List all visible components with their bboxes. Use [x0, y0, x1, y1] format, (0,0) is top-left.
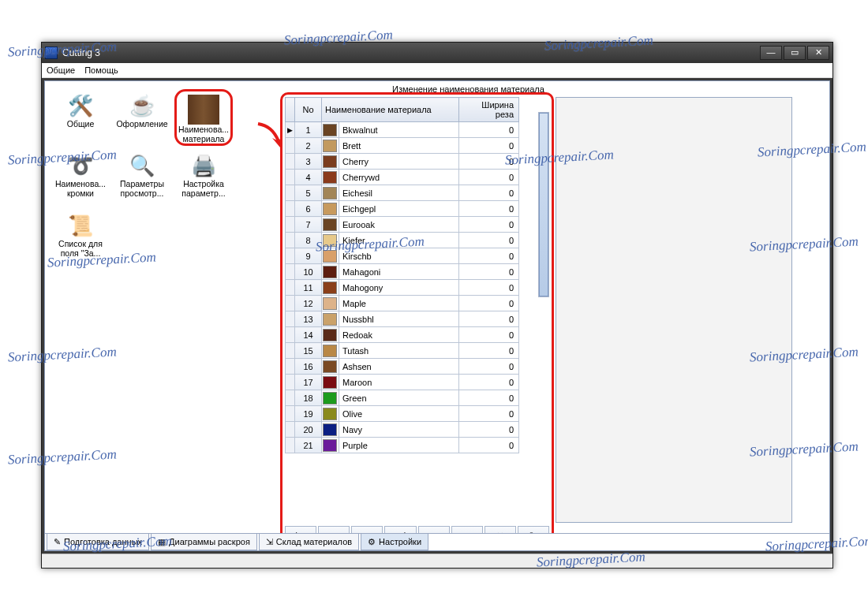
cell-cut[interactable]: 0 — [459, 154, 519, 170]
cell-cut[interactable]: 0 — [459, 280, 519, 296]
tab-diagrams[interactable]: ▦Диаграммы раскроя — [151, 534, 257, 550]
cell-name[interactable]: Mahogony — [339, 280, 459, 296]
cell-cut[interactable]: 0 — [459, 311, 519, 327]
cell-name[interactable]: Ashsen — [339, 359, 459, 375]
titlebar[interactable]: Cutting 3 — ▭ ✕ — [42, 43, 832, 63]
cell-cut[interactable]: 0 — [459, 170, 519, 185]
cell-no: 3 — [295, 154, 322, 170]
cell-name[interactable]: Green — [339, 390, 459, 406]
cell-cut[interactable]: 0 — [459, 375, 519, 390]
table-row[interactable]: ▶4Cherrywd0 — [286, 170, 519, 185]
launcher-common[interactable]: 🛠️Общие — [51, 89, 110, 146]
cell-cut[interactable]: 0 — [459, 217, 519, 233]
cell-name[interactable]: Cherry — [339, 154, 459, 170]
cell-cut[interactable]: 0 — [459, 406, 519, 422]
table-row[interactable]: ▶5Eichesil0 — [286, 185, 519, 201]
tab-data-prep[interactable]: ✎Подготовка данных — [47, 534, 149, 550]
cell-name[interactable]: Redoak — [339, 327, 459, 343]
table-row[interactable]: ▶15Tutash0 — [286, 343, 519, 359]
cell-name[interactable]: Maple — [339, 296, 459, 311]
nav-last-button[interactable]: ►| — [384, 526, 416, 533]
table-row[interactable]: ▶9Kirschb0 — [286, 248, 519, 264]
table-row[interactable]: ▶21Purple0 — [286, 438, 519, 453]
cell-cut[interactable]: 0 — [459, 438, 519, 453]
launcher-material[interactable]: Наименова...материала — [174, 89, 233, 146]
menu-help[interactable]: Помощь — [84, 65, 118, 75]
cell-name[interactable]: Tutash — [339, 343, 459, 359]
cell-cut[interactable]: 0 — [459, 233, 519, 248]
cell-name[interactable]: Eurooak — [339, 217, 459, 233]
nav-refresh-button[interactable]: ↻ — [518, 526, 549, 533]
viewparams-icon: 🔍 — [129, 152, 155, 179]
nav-cancel-button[interactable]: ✕ — [485, 526, 516, 533]
nav-first-button[interactable]: |◄ — [285, 526, 316, 533]
launcher-print[interactable]: 🖨️Настройкапараметр... — [174, 149, 233, 206]
table-row[interactable]: ▶6Eichgepl0 — [286, 201, 519, 217]
launcher-label: Настройка — [183, 179, 224, 188]
cell-name[interactable]: Nussbhl — [339, 311, 459, 327]
cell-name[interactable]: Kiefer — [339, 233, 459, 248]
cell-cut[interactable]: 0 — [459, 201, 519, 217]
table-row[interactable]: ▶11Mahogony0 — [286, 280, 519, 296]
cell-cut[interactable]: 0 — [459, 359, 519, 375]
launcher-edge[interactable]: ➰Наименова...кромки — [51, 149, 110, 206]
table-row[interactable]: ▶16Ashsen0 — [286, 359, 519, 375]
cell-cut[interactable]: 0 — [459, 264, 519, 280]
table-row[interactable]: ▶1Bkwalnut0 — [286, 122, 519, 138]
cell-cut[interactable]: 0 — [459, 390, 519, 406]
cell-cut[interactable]: 0 — [459, 327, 519, 343]
minimize-button[interactable]: — — [760, 46, 782, 60]
cell-name[interactable]: Eichgepl — [339, 201, 459, 217]
col-name[interactable]: Наименование материала — [322, 98, 459, 122]
nav-next-button[interactable]: ► — [351, 526, 383, 533]
table-row[interactable]: ▶17Maroon0 — [286, 375, 519, 390]
tab-warehouse[interactable]: ⇲Склад материалов — [259, 534, 359, 550]
cell-cut[interactable]: 0 — [459, 343, 519, 359]
cell-name[interactable]: Mahagoni — [339, 264, 459, 280]
materials-table[interactable]: No Наименование материала Ширина реза ▶1… — [285, 97, 519, 453]
table-row[interactable]: ▶20Navy0 — [286, 422, 519, 438]
cell-cut[interactable]: 0 — [459, 185, 519, 201]
cell-name[interactable]: Purple — [339, 438, 459, 453]
row-marker: ▶ — [286, 343, 295, 359]
menu-common[interactable]: Общие — [47, 65, 75, 75]
nav-insert-button[interactable]: ▲ — [418, 526, 450, 533]
cell-cut[interactable]: 0 — [459, 296, 519, 311]
cell-name[interactable]: Cherrywd — [339, 170, 459, 185]
launcher-viewparams[interactable]: 🔍Параметрыпросмотр... — [113, 149, 171, 206]
launcher-design[interactable]: ☕Оформление — [113, 89, 171, 146]
cell-name[interactable]: Maroon — [339, 375, 459, 390]
maximize-button[interactable]: ▭ — [784, 46, 806, 60]
table-row[interactable]: ▶3Cherry0 — [286, 154, 519, 170]
table-row[interactable]: ▶14Redoak0 — [286, 327, 519, 343]
close-button[interactable]: ✕ — [807, 46, 829, 60]
table-row[interactable]: ▶18Green0 — [286, 390, 519, 406]
table-row[interactable]: ▶10Mahagoni0 — [286, 264, 519, 280]
table-row[interactable]: ▶2Brett0 — [286, 138, 519, 154]
nav-prev-button[interactable]: ◄ — [318, 526, 350, 533]
col-cut[interactable]: Ширина реза — [459, 98, 519, 122]
table-row[interactable]: ▶8Kiefer0 — [286, 233, 519, 248]
cell-cut[interactable]: 0 — [459, 422, 519, 438]
fieldlist-icon: 📜 — [67, 212, 94, 239]
cell-name[interactable]: Kirschb — [339, 248, 459, 264]
table-row[interactable]: ▶19Olive0 — [286, 406, 519, 422]
cell-cut[interactable]: 0 — [459, 248, 519, 264]
cell-cut[interactable]: 0 — [459, 138, 519, 154]
cell-name[interactable]: Eichesil — [339, 185, 459, 201]
scrollbar-thumb[interactable] — [539, 113, 548, 296]
cell-name[interactable]: Olive — [339, 406, 459, 422]
nav-post-button[interactable]: ✓ — [451, 526, 483, 533]
col-no[interactable]: No — [295, 98, 322, 122]
cell-name[interactable]: Bkwalnut — [339, 122, 459, 138]
tab-settings[interactable]: ⚙Настройки — [361, 534, 428, 550]
launcher-fieldlist[interactable]: 📜Список дляполя "За... — [51, 209, 110, 266]
table-scrollbar[interactable] — [538, 112, 549, 297]
cell-swatch — [322, 280, 339, 296]
cell-name[interactable]: Navy — [339, 422, 459, 438]
table-row[interactable]: ▶7Eurooak0 — [286, 217, 519, 233]
table-row[interactable]: ▶13Nussbhl0 — [286, 311, 519, 327]
cell-name[interactable]: Brett — [339, 138, 459, 154]
cell-cut[interactable]: 0 — [459, 122, 519, 138]
table-row[interactable]: ▶12Maple0 — [286, 296, 519, 311]
